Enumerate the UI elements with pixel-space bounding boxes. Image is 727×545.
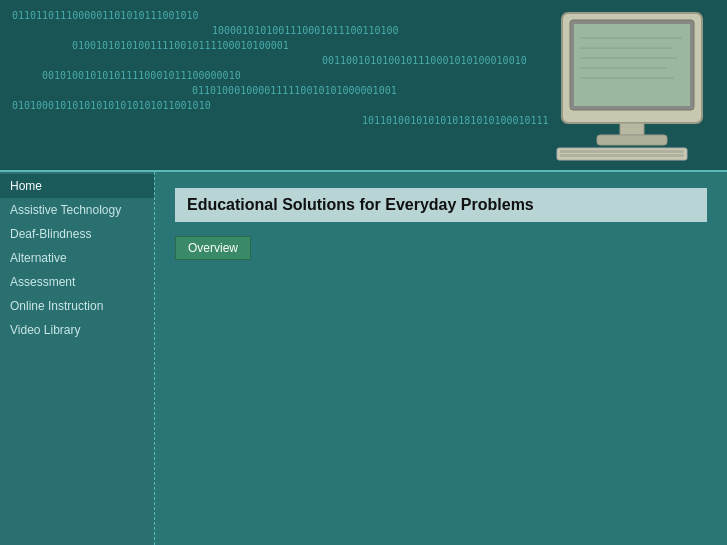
main-area: Home Assistive Technology Deaf-Blindness… [0,170,727,545]
sidebar-item-video-library[interactable]: Video Library [0,318,154,342]
content-header: Educational Solutions for Everyday Probl… [175,188,707,222]
svg-rect-8 [620,123,644,135]
header-banner: 0110110111000001101010111001010 10000101… [0,0,727,170]
svg-rect-12 [560,154,684,157]
sidebar-item-deaf-blindness[interactable]: Deaf-Blindness [0,222,154,246]
sidebar-item-alternative[interactable]: Alternative [0,246,154,270]
computer-image [552,8,717,166]
svg-rect-11 [560,150,684,153]
sidebar-item-home[interactable]: Home [0,174,154,198]
svg-rect-2 [574,24,690,106]
page-title: Educational Solutions for Everyday Probl… [187,196,695,214]
svg-rect-9 [597,135,667,145]
overview-button[interactable]: Overview [175,236,251,260]
sidebar-item-online-instruction[interactable]: Online Instruction [0,294,154,318]
content-area: Educational Solutions for Everyday Probl… [155,172,727,545]
sidebar-item-assessment[interactable]: Assessment [0,270,154,294]
sidebar: Home Assistive Technology Deaf-Blindness… [0,172,155,545]
sidebar-item-assistive-technology[interactable]: Assistive Technology [0,198,154,222]
